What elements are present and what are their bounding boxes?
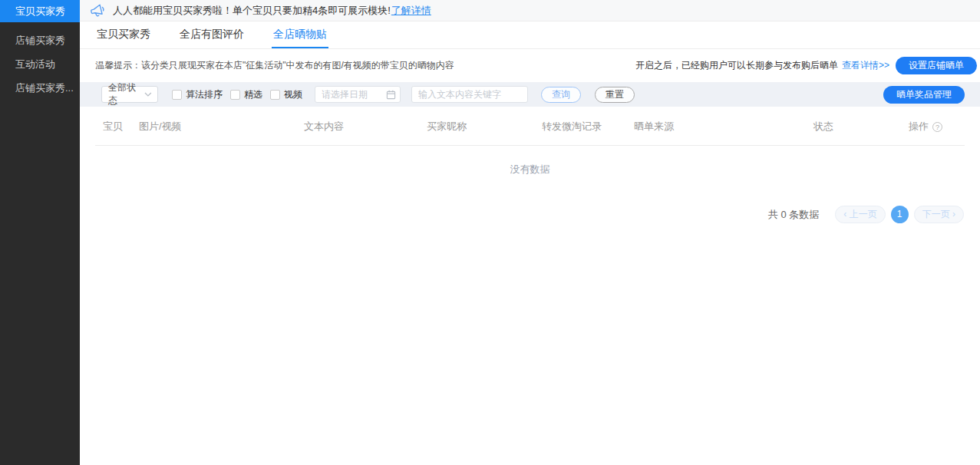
- filter-bar: 全部状态 算法排序 精选 视频: [80, 82, 980, 107]
- column-header-actions-label: 操作: [909, 120, 929, 134]
- checkbox-featured[interactable]: 精选: [230, 88, 262, 101]
- calendar-icon[interactable]: [386, 89, 396, 103]
- next-page-button[interactable]: 下一页 ›: [914, 206, 964, 223]
- checkbox-video-label: 视频: [284, 88, 302, 101]
- table-header: 宝贝 图片/视频 文本内容 买家昵称 转发微淘记录 晒单来源 状态 操作 ?: [95, 108, 965, 146]
- sidebar-item-shop-showcase-2[interactable]: 店铺买家秀...: [0, 76, 80, 100]
- checkbox-icon[interactable]: [172, 90, 182, 100]
- column-header-weitao-repost: 转发微淘记录: [542, 120, 634, 134]
- column-header-status: 状态: [813, 120, 909, 134]
- column-header-text-content: 文本内容: [304, 120, 427, 134]
- checkbox-icon[interactable]: [270, 90, 280, 100]
- notice-right-text: 开启之后，已经购用户可以长期参与发布购后晒单: [635, 59, 838, 72]
- notice-right-group: 开启之后，已经购用户可以长期参与发布购后晒单 查看详情>> 设置店铺晒单: [635, 57, 977, 74]
- checkbox-video[interactable]: 视频: [270, 88, 302, 101]
- tab-item-showcase[interactable]: 宝贝买家秀: [95, 21, 152, 48]
- checkbox-algorithm-sort[interactable]: 算法排序: [172, 88, 223, 101]
- banner-text: 人人都能用宝贝买家秀啦！单个宝贝只要加精4条即可展示模块!: [113, 4, 391, 18]
- date-picker: [315, 86, 401, 103]
- notice-row: 温馨提示：该分类只展现买家在本店"征集活动"中发布的有图/有视频的带宝贝的晒物内…: [80, 49, 980, 82]
- view-details-link[interactable]: 查看详情>>: [842, 59, 889, 72]
- sidebar-item-item-showcase[interactable]: 宝贝买家秀: [0, 0, 80, 22]
- tab-shop-photo-reviews[interactable]: 全店有图评价: [178, 21, 246, 48]
- query-button[interactable]: 查询: [541, 87, 581, 103]
- tab-shop-posts[interactable]: 全店晒物贴: [272, 21, 328, 48]
- help-icon[interactable]: ?: [932, 122, 942, 132]
- setup-shop-showcase-button[interactable]: 设置店铺晒单: [896, 57, 977, 74]
- sidebar-item-interactive-activity[interactable]: 互动活动: [0, 52, 80, 76]
- main-content: 人人都能用宝贝买家秀啦！单个宝贝只要加精4条即可展示模块! 了解详情 宝贝买家秀…: [80, 0, 980, 465]
- column-header-media: 图片/视频: [139, 120, 304, 134]
- pagination: 共 0 条数据 ‹ 上一页 1 下一页 ›: [80, 206, 980, 223]
- column-header-source: 晒单来源: [634, 120, 813, 134]
- checkbox-featured-label: 精选: [244, 88, 262, 101]
- column-header-product: 宝贝: [103, 120, 139, 134]
- prize-management-button[interactable]: 晒单奖品管理: [883, 86, 965, 104]
- filter-checkbox-group: 算法排序 精选 视频: [172, 88, 310, 101]
- keyword-input[interactable]: [411, 86, 528, 103]
- column-header-actions: 操作 ?: [909, 120, 965, 134]
- megaphone-icon: [90, 4, 106, 17]
- status-select[interactable]: 全部状态: [101, 86, 158, 103]
- reset-button[interactable]: 重置: [595, 87, 635, 103]
- column-header-buyer-nickname: 买家昵称: [427, 120, 542, 134]
- total-count: 共 0 条数据: [768, 208, 819, 222]
- checkbox-icon[interactable]: [230, 90, 240, 100]
- checkbox-algorithm-sort-label: 算法排序: [186, 88, 223, 101]
- announcement-banner: 人人都能用宝贝买家秀啦！单个宝贝只要加精4条即可展示模块! 了解详情: [80, 0, 980, 21]
- sidebar: 宝贝买家秀 店铺买家秀 互动活动 店铺买家秀...: [0, 0, 80, 465]
- tab-bar: 宝贝买家秀 全店有图评价 全店晒物贴: [80, 21, 980, 49]
- banner-learn-more-link[interactable]: 了解详情: [391, 4, 431, 18]
- chevron-down-icon: [144, 92, 152, 97]
- current-page-button[interactable]: 1: [891, 206, 909, 223]
- prev-page-button[interactable]: ‹ 上一页: [835, 206, 885, 223]
- notice-tip-text: 温馨提示：该分类只展现买家在本店"征集活动"中发布的有图/有视频的带宝贝的晒物内…: [95, 59, 454, 72]
- status-select-value: 全部状态: [108, 81, 144, 107]
- empty-state-text: 没有数据: [80, 146, 980, 176]
- app-window: 宝贝买家秀 店铺买家秀 互动活动 店铺买家秀... 人人都能用宝贝买家秀啦！单个…: [0, 0, 980, 465]
- sidebar-item-shop-showcase[interactable]: 店铺买家秀: [0, 28, 80, 52]
